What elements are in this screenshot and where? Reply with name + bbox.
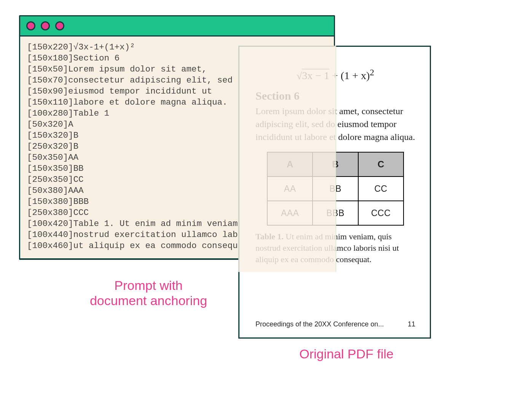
pdf-body-paragraph: Lorem ipsum dolor sit amet, consectetur …: [255, 105, 415, 143]
diagram-stage: √3x − 1 + (1 + x)2 Section 6 Lorem ipsum…: [19, 15, 498, 405]
table-header-cell: C: [358, 152, 404, 177]
window-control-dot: [55, 21, 64, 30]
caption-line-1: Prompt with: [114, 278, 183, 293]
table-cell: AA: [267, 177, 313, 201]
caption-label: Table 1.: [255, 232, 284, 241]
pdf-page: √3x − 1 + (1 + x)2 Section 6 Lorem ipsum…: [238, 46, 431, 339]
table-cell: BB: [313, 177, 358, 201]
terminal-titlebar: [20, 16, 334, 37]
caption-line-2: document anchoring: [90, 293, 207, 308]
caption-original-pdf: Original PDF file: [278, 346, 415, 361]
table-header-row: A B C: [267, 152, 404, 177]
pdf-table: A B C AA BB CC AAA BBB CCC: [267, 152, 404, 226]
table-cell: BBB: [313, 201, 358, 225]
pdf-page-number: 11: [408, 320, 415, 328]
table-cell: CCC: [358, 201, 404, 225]
window-control-dot: [41, 21, 50, 30]
table-header-cell: B: [313, 152, 358, 177]
table-cell: AAA: [267, 201, 313, 225]
table-row: AA BB CC: [267, 177, 404, 201]
pdf-footer-proceedings: Proceedings of the 20XX Conference on...: [255, 320, 384, 328]
table-header-cell: A: [267, 152, 313, 177]
formula-radicand: 3x − 1: [302, 69, 329, 81]
pdf-table-caption: Table 1. Ut enim ad minim veniam, quis n…: [255, 231, 415, 265]
table-row: AAA BBB CCC: [267, 201, 404, 225]
pdf-footer: Proceedings of the 20XX Conference on...…: [255, 320, 415, 328]
table-cell: CC: [358, 177, 404, 201]
pdf-section-heading: Section 6: [255, 89, 415, 102]
window-control-dot: [26, 21, 35, 30]
formula-tail: + (1 + x): [329, 70, 370, 81]
caption-right-text: Original PDF file: [299, 347, 394, 361]
pdf-formula: √3x − 1 + (1 + x)2: [255, 67, 415, 82]
caption-prompt-anchoring: Prompt with document anchoring: [72, 278, 225, 308]
formula-exponent: 2: [370, 67, 374, 77]
